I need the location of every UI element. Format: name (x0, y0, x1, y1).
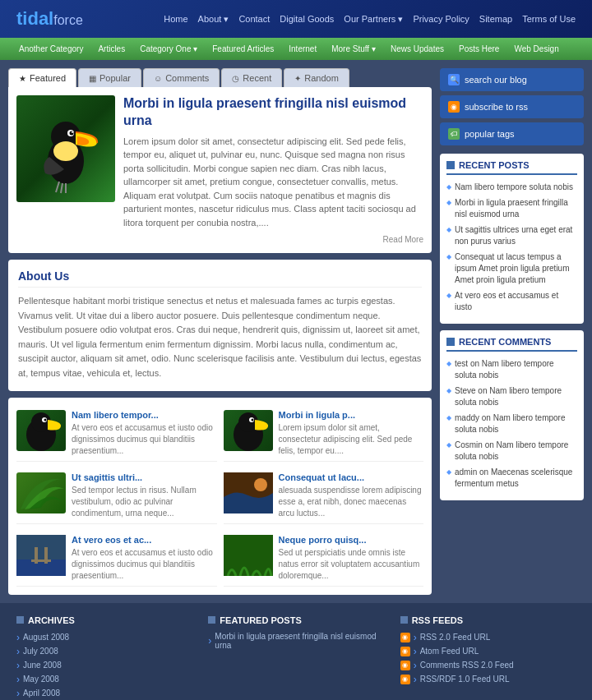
nav-digital-goods[interactable]: Digital Goods (280, 14, 334, 24)
article-text: Ut sagittis ultri... Sed tempor lectus i… (72, 472, 217, 519)
article-text: Neque porro quisq... Sed ut perspiciatis… (279, 535, 424, 582)
rss-feeds-list: ◉RSS 2.0 Feed URL ◉Atom Feed URL ◉Commen… (400, 632, 576, 685)
article-body: alesuada suspendisse lorem adipiscing es… (279, 485, 424, 519)
rss-feed-link[interactable]: Atom Feed URL (414, 646, 479, 657)
article-body: At vero eos et accusamus et iusto odio d… (72, 422, 217, 457)
nav-privacy-policy[interactable]: Privacy Policy (413, 14, 469, 24)
nav-home[interactable]: Home (164, 14, 187, 24)
recent-comments-title: RECENT COMMENTS (446, 337, 577, 352)
rss-feed-link[interactable]: RSS/RDF 1.0 Feed URL (414, 674, 510, 685)
bullet-icon: ◆ (446, 226, 451, 233)
rss-feed-link[interactable]: RSS 2.0 Feed URL (414, 632, 491, 643)
svg-point-3 (70, 131, 74, 136)
recent-post-link[interactable]: Consequat ut lacus tempus a ipsum Amet p… (455, 251, 577, 286)
tab-random[interactable]: ✦ Random (284, 68, 349, 87)
list-item: ◆ admin on Maecenas scelerisque fermentu… (446, 467, 577, 490)
bullet-icon: ◆ (446, 468, 451, 476)
featured-title: Morbi in ligula praesent fringilla nisl … (123, 95, 423, 130)
cat-posts-here[interactable]: Posts Here (452, 42, 506, 56)
cat-web-design[interactable]: Web Design (507, 42, 565, 56)
rss-icon: ◉ (400, 647, 410, 656)
recent-comment-link[interactable]: Cosmin on Nam libero tempore soluta nobi… (455, 440, 577, 463)
search-button[interactable]: 🔍 search our blog (440, 68, 584, 91)
archive-link[interactable]: April 2008 (16, 688, 192, 699)
featured-text: Morbi in ligula praesent fringilla nisl … (123, 95, 423, 245)
list-item: July 2008 (16, 646, 192, 657)
recent-comment-link[interactable]: test on Nam libero tempore soluta nobis (455, 358, 577, 381)
list-item: ◆ test on Nam libero tempore soluta nobi… (446, 358, 577, 381)
about-title: About Us (18, 269, 422, 288)
recent-post-link[interactable]: Nam libero tempore soluta nobis (455, 182, 573, 193)
bullet-icon: ◆ (446, 199, 451, 206)
nav-terms[interactable]: Terms of Use (522, 14, 576, 24)
recent-comment-link[interactable]: Steve on Nam libero tempore soluta nobis (455, 385, 577, 408)
list-item: May 2008 (16, 674, 192, 685)
cat-articles[interactable]: Articles (91, 42, 132, 56)
tab-comments[interactable]: ☺ Comments (143, 68, 220, 87)
article-thumb (16, 472, 66, 513)
bird-image (16, 95, 115, 202)
archive-link[interactable]: August 2008 (16, 632, 192, 643)
category-nav: Another Category Articles Category One F… (0, 38, 592, 60)
bullet-icon: ◆ (446, 292, 451, 299)
list-item: At vero eos et ac... At vero eos et accu… (16, 531, 217, 587)
list-item: Consequat ut lacu... alesuada suspendiss… (224, 468, 424, 524)
nav-sitemap[interactable]: Sitemap (479, 14, 512, 24)
section-indicator (400, 616, 408, 624)
tab-popular[interactable]: ▦ Popular (78, 68, 141, 87)
tab-popular-label: Popular (99, 73, 131, 83)
recent-post-link[interactable]: At vero eos et accusamus et iusto (455, 290, 577, 313)
article-thumb (16, 535, 66, 576)
article-body: Lorem ipsum dolor sit amet, consectetur … (279, 422, 424, 457)
random-icon: ✦ (294, 74, 301, 83)
read-more[interactable]: Read More (123, 233, 423, 245)
recent-post-link[interactable]: Morbi in ligula praesent fringilla nisl … (455, 197, 577, 220)
tab-featured[interactable]: ★ Featured (8, 68, 76, 87)
list-item: ◆ Nam libero tempore soluta nobis (446, 182, 577, 193)
svg-point-15 (254, 478, 267, 491)
about-body: Pellentesque habitant morbi tristique se… (18, 294, 422, 381)
cat-featured[interactable]: Featured Articles (206, 42, 280, 56)
rss-feed-link[interactable]: Comments RSS 2.0 Feed (414, 660, 514, 671)
featured-post-link[interactable]: Morbi in ligula praesent fringilla nisl … (208, 632, 383, 650)
list-item: Ut sagittis ultri... Sed tempor lectus i… (16, 468, 217, 524)
bullet-icon: ◆ (446, 183, 451, 191)
recent-comment-link[interactable]: maddy on Nam libero tempore soluta nobis (455, 412, 577, 435)
article-title: Consequat ut lacu... (279, 472, 424, 482)
tags-button[interactable]: 🏷 popular tags (440, 122, 584, 145)
article-title: Morbi in ligula p... (279, 410, 424, 420)
featured-article: Morbi in ligula praesent fringilla nisl … (8, 87, 432, 253)
cat-internet[interactable]: Internet (282, 42, 323, 56)
tab-recent[interactable]: ◷ Recent (221, 68, 282, 87)
article-title: Nam libero tempor... (72, 410, 217, 420)
cat-another[interactable]: Another Category (12, 42, 90, 56)
archive-link[interactable]: May 2008 (16, 674, 192, 685)
list-item: ◉Comments RSS 2.0 Feed (400, 660, 576, 671)
nav-about[interactable]: About (198, 14, 229, 25)
archive-link[interactable]: June 2008 (16, 660, 192, 671)
list-item: ◆ Cosmin on Nam libero tempore soluta no… (446, 440, 577, 463)
search-icon: 🔍 (448, 74, 460, 85)
list-item: Morbi in ligula praesent fringilla nisl … (208, 632, 383, 650)
main-nav: Home About Contact Digital Goods Our Par… (164, 14, 576, 25)
cat-more-stuff[interactable]: More Stuff (325, 42, 382, 56)
rss-feeds-widget: RSS FEEDS ◉RSS 2.0 Feed URL ◉Atom Feed U… (400, 615, 576, 700)
svg-rect-20 (31, 560, 51, 562)
archive-link[interactable]: July 2008 (16, 646, 192, 657)
content-area: ★ Featured ▦ Popular ☺ Comments ◷ Recent… (8, 68, 432, 595)
recent-comment-link[interactable]: admin on Maecenas scelerisque fermentum … (455, 467, 577, 490)
rss-button[interactable]: ◉ subscribe to rss (440, 95, 584, 118)
read-more-link[interactable]: Read More (383, 235, 423, 244)
archives-list: August 2008 July 2008 June 2008 May 2008… (16, 632, 192, 700)
recent-icon: ◷ (232, 74, 239, 83)
cat-category-one[interactable]: Category One (133, 42, 204, 56)
rss-feeds-title: RSS FEEDS (400, 615, 576, 625)
recent-post-link[interactable]: Ut sagittis ultrices urna eget erat non … (455, 224, 577, 247)
nav-contact[interactable]: Contact (238, 14, 270, 24)
article-title: At vero eos et ac... (72, 535, 217, 545)
rss-icon: ◉ (400, 661, 410, 670)
nav-our-partners[interactable]: Our Partners (344, 14, 403, 25)
logo-force: force (53, 13, 83, 27)
featured-body: Lorem ipsum dolor sit amet, consectetur … (123, 135, 423, 230)
cat-news-updates[interactable]: News Updates (384, 42, 451, 56)
